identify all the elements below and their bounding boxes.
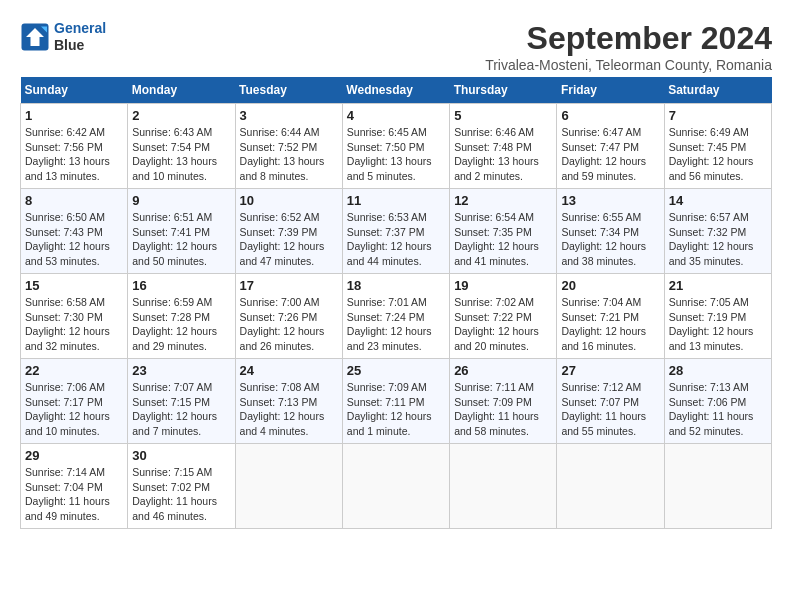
day-info: Sunrise: 6:51 AMSunset: 7:41 PMDaylight:… bbox=[132, 210, 230, 269]
calendar-cell: 16Sunrise: 6:59 AMSunset: 7:28 PMDayligh… bbox=[128, 274, 235, 359]
day-number: 4 bbox=[347, 108, 445, 123]
calendar-cell: 11Sunrise: 6:53 AMSunset: 7:37 PMDayligh… bbox=[342, 189, 449, 274]
logo-text: General Blue bbox=[54, 20, 106, 54]
day-info: Sunrise: 7:02 AMSunset: 7:22 PMDaylight:… bbox=[454, 295, 552, 354]
logo-icon bbox=[20, 22, 50, 52]
day-info: Sunrise: 7:05 AMSunset: 7:19 PMDaylight:… bbox=[669, 295, 767, 354]
day-number: 14 bbox=[669, 193, 767, 208]
weekday-header-monday: Monday bbox=[128, 77, 235, 104]
day-info: Sunrise: 7:11 AMSunset: 7:09 PMDaylight:… bbox=[454, 380, 552, 439]
calendar-cell bbox=[664, 444, 771, 529]
day-info: Sunrise: 6:47 AMSunset: 7:47 PMDaylight:… bbox=[561, 125, 659, 184]
day-number: 7 bbox=[669, 108, 767, 123]
calendar-cell: 8Sunrise: 6:50 AMSunset: 7:43 PMDaylight… bbox=[21, 189, 128, 274]
day-number: 8 bbox=[25, 193, 123, 208]
calendar-cell bbox=[235, 444, 342, 529]
day-info: Sunrise: 7:12 AMSunset: 7:07 PMDaylight:… bbox=[561, 380, 659, 439]
calendar-cell: 14Sunrise: 6:57 AMSunset: 7:32 PMDayligh… bbox=[664, 189, 771, 274]
day-info: Sunrise: 6:59 AMSunset: 7:28 PMDaylight:… bbox=[132, 295, 230, 354]
day-info: Sunrise: 6:58 AMSunset: 7:30 PMDaylight:… bbox=[25, 295, 123, 354]
calendar-cell: 5Sunrise: 6:46 AMSunset: 7:48 PMDaylight… bbox=[450, 104, 557, 189]
day-number: 1 bbox=[25, 108, 123, 123]
day-info: Sunrise: 7:00 AMSunset: 7:26 PMDaylight:… bbox=[240, 295, 338, 354]
day-info: Sunrise: 6:57 AMSunset: 7:32 PMDaylight:… bbox=[669, 210, 767, 269]
day-info: Sunrise: 7:15 AMSunset: 7:02 PMDaylight:… bbox=[132, 465, 230, 524]
day-number: 9 bbox=[132, 193, 230, 208]
calendar-cell bbox=[342, 444, 449, 529]
day-info: Sunrise: 6:43 AMSunset: 7:54 PMDaylight:… bbox=[132, 125, 230, 184]
day-number: 12 bbox=[454, 193, 552, 208]
day-number: 25 bbox=[347, 363, 445, 378]
day-info: Sunrise: 6:54 AMSunset: 7:35 PMDaylight:… bbox=[454, 210, 552, 269]
day-number: 16 bbox=[132, 278, 230, 293]
day-number: 10 bbox=[240, 193, 338, 208]
calendar-cell: 2Sunrise: 6:43 AMSunset: 7:54 PMDaylight… bbox=[128, 104, 235, 189]
calendar-cell: 9Sunrise: 6:51 AMSunset: 7:41 PMDaylight… bbox=[128, 189, 235, 274]
calendar-cell: 15Sunrise: 6:58 AMSunset: 7:30 PMDayligh… bbox=[21, 274, 128, 359]
calendar: SundayMondayTuesdayWednesdayThursdayFrid… bbox=[20, 77, 772, 529]
calendar-cell: 1Sunrise: 6:42 AMSunset: 7:56 PMDaylight… bbox=[21, 104, 128, 189]
calendar-cell: 27Sunrise: 7:12 AMSunset: 7:07 PMDayligh… bbox=[557, 359, 664, 444]
day-info: Sunrise: 7:06 AMSunset: 7:17 PMDaylight:… bbox=[25, 380, 123, 439]
day-number: 29 bbox=[25, 448, 123, 463]
calendar-cell: 12Sunrise: 6:54 AMSunset: 7:35 PMDayligh… bbox=[450, 189, 557, 274]
day-number: 24 bbox=[240, 363, 338, 378]
weekday-header-friday: Friday bbox=[557, 77, 664, 104]
day-number: 22 bbox=[25, 363, 123, 378]
day-number: 13 bbox=[561, 193, 659, 208]
weekday-header-thursday: Thursday bbox=[450, 77, 557, 104]
calendar-cell: 29Sunrise: 7:14 AMSunset: 7:04 PMDayligh… bbox=[21, 444, 128, 529]
day-number: 30 bbox=[132, 448, 230, 463]
calendar-cell bbox=[557, 444, 664, 529]
calendar-cell: 24Sunrise: 7:08 AMSunset: 7:13 PMDayligh… bbox=[235, 359, 342, 444]
day-number: 11 bbox=[347, 193, 445, 208]
day-number: 26 bbox=[454, 363, 552, 378]
calendar-cell bbox=[450, 444, 557, 529]
weekday-header-saturday: Saturday bbox=[664, 77, 771, 104]
day-info: Sunrise: 6:53 AMSunset: 7:37 PMDaylight:… bbox=[347, 210, 445, 269]
day-info: Sunrise: 7:08 AMSunset: 7:13 PMDaylight:… bbox=[240, 380, 338, 439]
day-info: Sunrise: 7:09 AMSunset: 7:11 PMDaylight:… bbox=[347, 380, 445, 439]
calendar-cell: 3Sunrise: 6:44 AMSunset: 7:52 PMDaylight… bbox=[235, 104, 342, 189]
day-number: 6 bbox=[561, 108, 659, 123]
logo-line2: Blue bbox=[54, 37, 106, 54]
calendar-cell: 10Sunrise: 6:52 AMSunset: 7:39 PMDayligh… bbox=[235, 189, 342, 274]
week-row-4: 22Sunrise: 7:06 AMSunset: 7:17 PMDayligh… bbox=[21, 359, 772, 444]
day-info: Sunrise: 6:44 AMSunset: 7:52 PMDaylight:… bbox=[240, 125, 338, 184]
calendar-cell: 18Sunrise: 7:01 AMSunset: 7:24 PMDayligh… bbox=[342, 274, 449, 359]
calendar-cell: 13Sunrise: 6:55 AMSunset: 7:34 PMDayligh… bbox=[557, 189, 664, 274]
day-info: Sunrise: 6:52 AMSunset: 7:39 PMDaylight:… bbox=[240, 210, 338, 269]
day-info: Sunrise: 6:45 AMSunset: 7:50 PMDaylight:… bbox=[347, 125, 445, 184]
calendar-cell: 20Sunrise: 7:04 AMSunset: 7:21 PMDayligh… bbox=[557, 274, 664, 359]
calendar-cell: 17Sunrise: 7:00 AMSunset: 7:26 PMDayligh… bbox=[235, 274, 342, 359]
day-info: Sunrise: 7:01 AMSunset: 7:24 PMDaylight:… bbox=[347, 295, 445, 354]
location-subtitle: Trivalea-Mosteni, Teleorman County, Roma… bbox=[485, 57, 772, 73]
calendar-cell: 22Sunrise: 7:06 AMSunset: 7:17 PMDayligh… bbox=[21, 359, 128, 444]
day-number: 27 bbox=[561, 363, 659, 378]
weekday-header-row: SundayMondayTuesdayWednesdayThursdayFrid… bbox=[21, 77, 772, 104]
day-info: Sunrise: 7:13 AMSunset: 7:06 PMDaylight:… bbox=[669, 380, 767, 439]
day-number: 2 bbox=[132, 108, 230, 123]
calendar-cell: 30Sunrise: 7:15 AMSunset: 7:02 PMDayligh… bbox=[128, 444, 235, 529]
day-number: 5 bbox=[454, 108, 552, 123]
day-info: Sunrise: 7:14 AMSunset: 7:04 PMDaylight:… bbox=[25, 465, 123, 524]
logo-line1: General bbox=[54, 20, 106, 36]
day-number: 15 bbox=[25, 278, 123, 293]
calendar-cell: 25Sunrise: 7:09 AMSunset: 7:11 PMDayligh… bbox=[342, 359, 449, 444]
day-number: 3 bbox=[240, 108, 338, 123]
weekday-header-wednesday: Wednesday bbox=[342, 77, 449, 104]
week-row-5: 29Sunrise: 7:14 AMSunset: 7:04 PMDayligh… bbox=[21, 444, 772, 529]
calendar-cell: 4Sunrise: 6:45 AMSunset: 7:50 PMDaylight… bbox=[342, 104, 449, 189]
day-info: Sunrise: 7:04 AMSunset: 7:21 PMDaylight:… bbox=[561, 295, 659, 354]
logo: General Blue bbox=[20, 20, 106, 54]
day-info: Sunrise: 6:42 AMSunset: 7:56 PMDaylight:… bbox=[25, 125, 123, 184]
month-title: September 2024 bbox=[485, 20, 772, 57]
week-row-3: 15Sunrise: 6:58 AMSunset: 7:30 PMDayligh… bbox=[21, 274, 772, 359]
day-info: Sunrise: 6:46 AMSunset: 7:48 PMDaylight:… bbox=[454, 125, 552, 184]
day-info: Sunrise: 7:07 AMSunset: 7:15 PMDaylight:… bbox=[132, 380, 230, 439]
weekday-header-sunday: Sunday bbox=[21, 77, 128, 104]
calendar-cell: 26Sunrise: 7:11 AMSunset: 7:09 PMDayligh… bbox=[450, 359, 557, 444]
week-row-2: 8Sunrise: 6:50 AMSunset: 7:43 PMDaylight… bbox=[21, 189, 772, 274]
day-info: Sunrise: 6:50 AMSunset: 7:43 PMDaylight:… bbox=[25, 210, 123, 269]
calendar-cell: 21Sunrise: 7:05 AMSunset: 7:19 PMDayligh… bbox=[664, 274, 771, 359]
